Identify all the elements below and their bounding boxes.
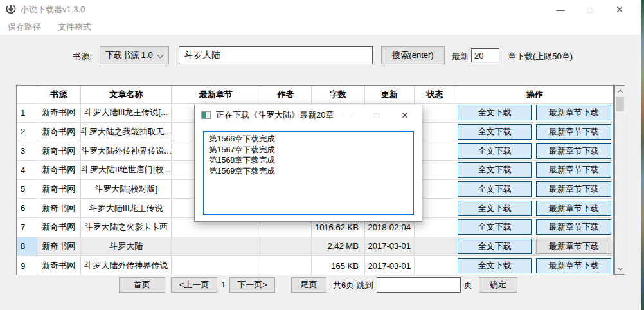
full-download-button[interactable]: 全文下载: [458, 201, 532, 216]
cell-actions: 全文下载 最新章节下载: [456, 237, 613, 256]
cell-book-name: 斗罗大陆外传神界传说...: [81, 141, 172, 160]
full-download-button[interactable]: 全文下载: [458, 143, 532, 159]
latest-chapters-download-button[interactable]: 最新章节下载: [536, 162, 611, 178]
cell-latest-chapter: [172, 237, 260, 256]
cell-book-name: 斗罗大陆之我能抽取无...: [81, 123, 172, 141]
table-row[interactable]: 8 新奇书网 斗罗大陆 2.42 MB 2017-03-01 全文下载 最新章节…: [17, 237, 613, 257]
cell-row-number: 9: [17, 256, 37, 275]
prev-page-button[interactable]: <上一页: [171, 277, 217, 293]
titlebar: 小说下载器v1.3.0 — □ ✕: [0, 0, 641, 19]
page-suffix-label: 页: [464, 280, 472, 291]
next-page-button[interactable]: 下一页>: [229, 277, 275, 293]
menu-item-0[interactable]: 保存路径: [5, 20, 44, 34]
column-header: 文章名称: [81, 86, 172, 103]
total-pages-label: 共6页 跳到: [333, 280, 373, 291]
confirm-jump-button[interactable]: 确定: [479, 277, 517, 293]
full-download-button[interactable]: 全文下载: [458, 162, 532, 178]
cell-source: 新奇书网: [37, 161, 81, 179]
scroll-down-icon[interactable]: [615, 264, 625, 273]
cell-row-number: 3: [17, 141, 37, 160]
column-header: 状态: [415, 86, 456, 103]
pagination-bar: 首页 <上一页 1 下一页> 尾页 共6页 跳到 页 确定: [0, 277, 641, 293]
cell-actions: 全文下载 最新章节下载: [456, 199, 613, 217]
full-download-button[interactable]: 全文下载: [458, 219, 532, 235]
download-log-list[interactable]: 第1566章下载完成第1567章下载完成第1568章下载完成第1569章下载完成: [203, 131, 414, 215]
dialog-window-icon: [201, 111, 211, 119]
search-input[interactable]: [179, 46, 373, 64]
dialog-titlebar: 正在下载《斗罗大陆》最新20章 — □ ✕: [195, 105, 422, 125]
cell-book-name: 斗罗大陆外传神界传说: [81, 256, 172, 275]
cell-actions: 全文下载 最新章节下载: [456, 180, 613, 199]
dialog-title: 正在下载《斗罗大陆》最新20章: [216, 109, 334, 121]
cell-actions: 全文下载 最新章节下载: [456, 218, 613, 237]
first-page-button[interactable]: 首页: [119, 277, 165, 293]
table-scrollbar[interactable]: [614, 85, 625, 275]
latest-chapters-download-button[interactable]: 最新章节下载: [536, 219, 611, 235]
cell-row-number: 4: [17, 161, 37, 179]
download-progress-dialog: 正在下载《斗罗大陆》最新20章 — □ ✕ 第1566章下载完成第1567章下载…: [194, 105, 422, 222]
cell-book-name: 斗罗大陆III龙王传说[...: [81, 104, 172, 122]
full-download-button[interactable]: 全文下载: [458, 258, 532, 273]
cell-row-number: 5: [17, 180, 37, 199]
search-button[interactable]: 搜索(enter): [381, 46, 445, 64]
column-header: 更新: [365, 86, 415, 103]
menubar: 保存路径文件格式: [0, 19, 641, 35]
column-header: 书源: [37, 86, 81, 103]
column-header: 最新章节: [172, 86, 260, 103]
download-log-line: 第1566章下载完成: [209, 134, 408, 145]
cell-source: 新奇书网: [37, 218, 81, 237]
cell-source: 新奇书网: [37, 104, 81, 122]
cell-status: [415, 237, 456, 256]
jump-page-input[interactable]: [377, 277, 461, 293]
cell-update-date: 2017-03-01: [365, 256, 415, 275]
source-select-value: 下载书源 1.0: [105, 50, 153, 61]
menu-item-1[interactable]: 文件格式: [55, 20, 94, 34]
cell-author: [260, 237, 312, 256]
full-download-button[interactable]: 全文下载: [458, 239, 532, 254]
cell-actions: 全文下载 最新章节下载: [456, 161, 613, 179]
full-download-button[interactable]: 全文下载: [458, 105, 532, 120]
latest-chapters-download-button[interactable]: 最新章节下载: [536, 105, 611, 120]
cell-book-name: 斗罗大陆[校对版]: [81, 180, 172, 199]
cell-book-name: 斗罗大陆: [81, 237, 172, 256]
cell-actions: 全文下载 最新章节下载: [456, 123, 613, 141]
cell-source: 新奇书网: [37, 256, 81, 275]
cell-row-number: 7: [17, 218, 37, 237]
column-header: 字数: [312, 86, 365, 103]
search-row: 书源: 下载书源 1.0 搜索(enter) 最新 章下载(上限50章): [0, 46, 641, 64]
cell-actions: 全文下载 最新章节下载: [456, 104, 613, 122]
last-page-button[interactable]: 尾页: [291, 277, 326, 293]
maximize-button[interactable]: □: [575, 0, 605, 19]
window-title: 小说下载器v1.3.0: [21, 4, 85, 15]
scroll-up-icon[interactable]: [615, 86, 625, 96]
dialog-maximize-button[interactable]: □: [362, 105, 391, 125]
minimize-button[interactable]: —: [546, 0, 575, 19]
latest-chapters-download-button[interactable]: 最新章节下载: [536, 258, 611, 273]
source-label: 书源:: [73, 51, 92, 62]
dialog-minimize-button[interactable]: —: [334, 105, 362, 125]
latest-chapters-download-button[interactable]: 最新章节下载: [536, 143, 611, 159]
cell-actions: 全文下载 最新章节下载: [456, 256, 613, 275]
scrollbar-thumb[interactable]: [616, 97, 624, 111]
latest-count-input[interactable]: [471, 48, 499, 62]
cell-book-name: 斗罗大陆III龙王传说: [81, 199, 172, 217]
latest-chapters-download-button[interactable]: 最新章节下载: [536, 239, 611, 254]
latest-chapters-download-button[interactable]: 最新章节下载: [536, 181, 611, 197]
dialog-close-button[interactable]: ✕: [391, 105, 419, 125]
close-button[interactable]: ✕: [605, 0, 634, 19]
latest-chapters-download-button[interactable]: 最新章节下载: [536, 124, 611, 140]
cell-row-number: 2: [17, 123, 37, 141]
full-download-button[interactable]: 全文下载: [458, 181, 532, 197]
download-log-line: 第1567章下载完成: [209, 145, 408, 156]
full-download-button[interactable]: 全文下载: [458, 124, 532, 140]
cell-source: 新奇书网: [37, 141, 81, 160]
cell-source: 新奇书网: [37, 123, 81, 141]
current-page-label: 1: [221, 280, 226, 289]
table-row[interactable]: 9 新奇书网 斗罗大陆外传神界传说 165 KB 2017-03-01 全文下载…: [17, 256, 613, 275]
latest-chapters-download-button[interactable]: 最新章节下载: [536, 201, 611, 216]
cell-author: [260, 256, 312, 275]
download-log-line: 第1569章下载完成: [209, 166, 408, 177]
download-app-icon: [5, 4, 17, 15]
source-select[interactable]: 下载书源 1.0: [100, 46, 169, 64]
cell-source: 新奇书网: [37, 199, 81, 217]
